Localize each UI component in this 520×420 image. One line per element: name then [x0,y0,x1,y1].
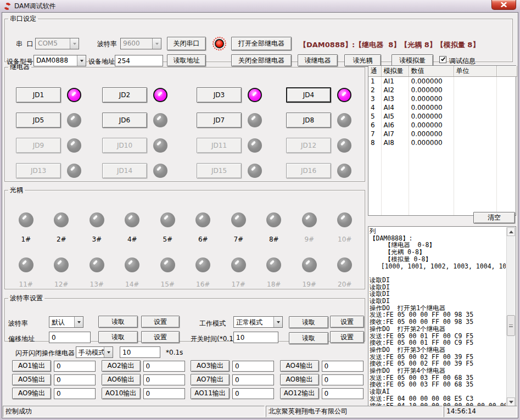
window-title: DAM调试软件 [14,2,56,11]
ao10-output-button[interactable]: AO10输出 [102,388,141,399]
cell-channel: 8 [368,138,381,147]
ao12-output-button[interactable]: AO12输出 [280,388,319,399]
baud-setting-label: 波特率 [8,319,28,328]
ao4-output-button[interactable]: AO4输出 [280,360,319,372]
col-header-channel[interactable]: 通 [368,66,381,77]
opto-3: 3# [79,208,115,253]
jd9-button[interactable]: JD9 [16,138,61,153]
jd16-button[interactable]: JD16 [286,163,331,178]
switch-time-input[interactable] [233,332,278,343]
col-header-unit[interactable]: 单位 [454,66,496,77]
jd2-button[interactable]: JD2 [102,87,147,103]
com-port-select[interactable]: COM5 [35,38,79,49]
table-row[interactable]: 4AI40.000000 [368,103,517,112]
baud-read-button[interactable]: 读取 [98,316,138,328]
jd15-led [248,164,262,178]
chevron-down-icon [70,38,79,49]
opto-1: 1# [8,208,44,253]
log-scrollbar[interactable] [506,227,515,406]
opto-8: 8# [256,208,292,253]
ao10-value-input[interactable] [143,388,185,399]
close-button[interactable] [491,0,516,10]
ao7-value-input[interactable] [232,374,274,385]
baud-setting-select[interactable]: 默认 [49,316,83,328]
scroll-up-button[interactable] [507,227,515,236]
jd3-button[interactable]: JD3 [197,87,242,103]
jd1-button[interactable]: JD1 [16,87,61,103]
table-row[interactable]: 7AI70.000000 [368,130,517,138]
offset-read-button[interactable]: 读取 [98,331,138,343]
triangle-up-icon [509,228,513,233]
jd7-button[interactable]: JD7 [197,113,242,128]
work-mode-select[interactable]: 正常模式 [233,316,283,328]
opto-group: 光耦 1# 2# 3# 4# 5# 6# 7# 8# 9# 10# 11# 12… [4,186,365,289]
opto-5: 5# [150,208,186,253]
opto-5-led [160,212,175,227]
jd13-button[interactable]: JD13 [16,163,61,178]
cell-unit [454,130,496,138]
table-row[interactable]: 8AI80.000000 [368,138,517,147]
workmode-set-button[interactable]: 设置 [330,316,364,328]
ao1-value-input[interactable] [54,361,96,372]
table-row[interactable]: 3AI30.000000 [368,94,517,103]
opto-19: 19# [292,253,327,298]
relay-jd14: JD14 [102,163,197,178]
ao11-output-button[interactable]: AO11输出 [191,388,230,399]
open-all-relays-button[interactable]: 打开全部继电器 [231,37,292,51]
jd12-button[interactable]: JD12 [286,138,331,153]
col-header-analog[interactable]: 模拟量 [381,66,409,77]
ao8-value-input[interactable] [322,374,364,385]
ao5-output-button[interactable]: AO5输出 [12,374,51,385]
ao5-cell: AO5输出 [12,374,102,385]
ao6-value-input[interactable] [143,374,185,385]
jd10-button[interactable]: JD10 [102,138,147,153]
col-header-extra[interactable] [496,66,517,77]
scroll-thumb[interactable] [507,315,515,336]
ao2-output-button[interactable]: AO2输出 [102,360,141,372]
jd6-button[interactable]: JD6 [102,113,147,128]
jd15-button[interactable]: JD15 [197,163,242,178]
ao3-output-button[interactable]: AO3输出 [191,360,230,372]
offset-set-button[interactable]: 设置 [141,331,180,343]
ao3-value-input[interactable] [232,361,274,372]
ao9-value-input[interactable] [54,388,96,399]
table-row[interactable]: 5AI50.000000 [368,112,517,121]
col-header-value[interactable]: 数值 [409,66,454,77]
ao1-output-button[interactable]: AO1输出 [12,360,51,372]
jd4-button[interactable]: JD4 [286,87,331,103]
ao4-value-input[interactable] [322,361,364,372]
ao2-value-input[interactable] [143,361,185,372]
workmode-read-button[interactable]: 读取 [289,316,328,328]
ao11-value-input[interactable] [232,388,274,399]
ao8-output-button[interactable]: AO8输出 [280,374,319,385]
clear-log-button[interactable]: 清空 [473,212,515,223]
jd14-button[interactable]: JD14 [102,163,147,178]
scroll-down-button[interactable] [507,397,515,406]
relay-jd13: JD13 [16,163,102,178]
switchtime-set-button[interactable]: 设置 [330,331,364,343]
relay-jd3: JD3 [197,87,286,103]
debug-info-checkbox[interactable] [439,56,446,63]
table-row[interactable]: 1AI10.000000 [368,77,517,86]
flash-time-input[interactable] [120,346,160,358]
ao9-output-button[interactable]: AO9输出 [12,388,51,399]
ao7-output-button[interactable]: AO7输出 [191,374,230,385]
ao6-output-button[interactable]: AO6输出 [102,374,141,385]
jd5-button[interactable]: JD5 [16,113,61,128]
jd7-led [248,113,262,127]
baudrate-select[interactable]: 9600 [120,38,161,49]
flash-mode-select[interactable]: 手动模式 [76,346,113,358]
switchtime-read-button[interactable]: 读取 [289,332,328,344]
table-row[interactable]: 6AI60.000000 [368,121,517,130]
close-serial-button[interactable]: 关闭串口 [167,37,206,51]
offset-address-input[interactable] [49,332,91,343]
jd8-button[interactable]: JD8 [286,113,331,128]
relay-jd4: JD4 [286,87,365,103]
ao12-value-input[interactable] [322,388,364,399]
ao5-value-input[interactable] [54,374,96,385]
opto-18-led [266,257,281,272]
table-row[interactable]: 2AI20.000000 [368,86,517,94]
jd11-button[interactable]: JD11 [197,138,242,153]
baud-set-button[interactable]: 设置 [141,316,180,328]
read-analog-button[interactable]: 读模拟量 [392,54,433,66]
